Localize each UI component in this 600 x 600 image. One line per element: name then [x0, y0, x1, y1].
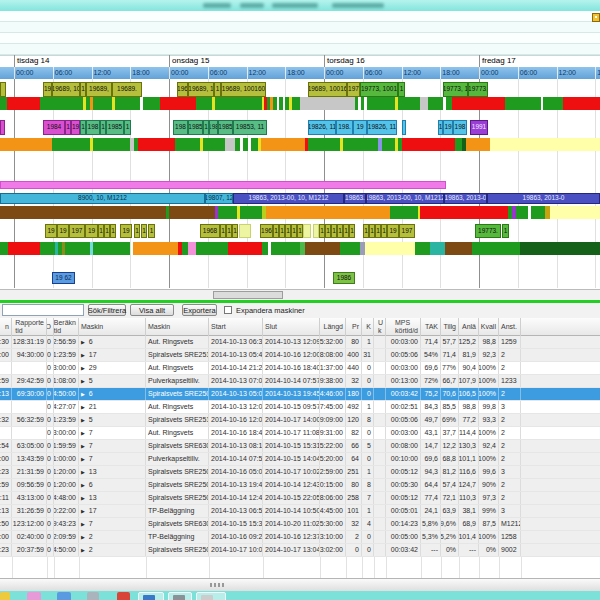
row-expand-icon[interactable]: ▶ [81, 531, 85, 543]
row-expand-icon[interactable]: ▶ [81, 453, 85, 465]
column-header-tillg[interactable]: Tillg [441, 318, 459, 336]
row-expand-icon[interactable]: ▶ [81, 479, 85, 491]
taskbar-app-icon-6[interactable] [138, 592, 164, 600]
machine2-tasks-bar[interactable]: 198 [86, 120, 100, 135]
machine2-tasks-bar[interactable]: 1 [124, 120, 131, 135]
machine1-tasks-bar[interactable]: 19689, 10 [52, 82, 80, 97]
machine4-tasks-bar[interactable]: 1 [110, 224, 116, 238]
column-header-beräkn-tid[interactable]: Beräkn tid [54, 318, 79, 336]
scrollbar-thumb[interactable] [213, 291, 283, 299]
row-expand-icon[interactable]: ▶ [81, 466, 85, 478]
machine2-tasks-bar[interactable]: 198 [173, 120, 188, 135]
machine1-tasks-bar[interactable]: 19773, 1 [443, 82, 468, 97]
order-bars-bar[interactable]: 19863, 2013-0 [444, 193, 487, 204]
row-expand-icon[interactable]: ▶ [81, 427, 85, 439]
column-header-o[interactable]: O [47, 318, 54, 336]
row-expand-icon[interactable]: ▶ [81, 362, 85, 374]
machine4-tasks-bar[interactable]: 196 [260, 224, 273, 238]
taskbar-app-icon-8[interactable] [196, 592, 226, 600]
machine4-tasks-bar[interactable]: 1 [502, 224, 509, 238]
column-header-mps-körtid/d[interactable]: MPS körtid/d [386, 318, 421, 336]
machine2-tasks-bar[interactable]: 19853, 11 [233, 120, 267, 135]
table-row[interactable]: :5929:42:591021:08:00▶5Pulverkapseltillv… [0, 375, 600, 388]
machine2-tasks-bar[interactable]: 1985 [218, 120, 233, 135]
machine2-tasks-bar[interactable]: 1991 [470, 120, 488, 135]
column-header-anst.[interactable]: Anst. [499, 318, 521, 336]
table-row[interactable]: :3256:32:591041:23:59▶5Spiralsvets SRE25… [0, 414, 600, 427]
table-row[interactable]: :1143:13:001024:48:00▶13Spiralsvets SRE2… [0, 492, 600, 505]
order-bars-bar[interactable]: 19863. [344, 193, 366, 204]
machine4-tasks-bar[interactable]: 197 [399, 224, 415, 238]
row-expand-icon[interactable]: ▶ [81, 349, 85, 361]
table-row[interactable]: :1369:30:001034:50:00▶6Spiralsvets SRE25… [0, 388, 600, 401]
machine2-tasks-bar[interactable]: 1985 [106, 120, 124, 135]
row-expand-icon[interactable]: ▶ [81, 440, 85, 452]
table-row[interactable]: 2024:27:07▶21Aut. Ringsvets2014-10-13 12… [0, 401, 600, 414]
table-row[interactable]: 2023:00:00▶7Aut. Ringsvets2014-10-16 18:… [0, 427, 600, 440]
row-expand-icon[interactable]: ▶ [81, 375, 85, 387]
table-row[interactable]: :2321:31:591021:20:00▶13Spiralsvets SRE2… [0, 466, 600, 479]
machine4-tasks-bar[interactable]: 197 [69, 224, 85, 238]
machine2-tasks-bar[interactable]: 1985 [188, 120, 203, 135]
machine4-tasks-bar[interactable]: 1 [349, 224, 355, 238]
machine1-tasks-bar[interactable]: 1 [214, 82, 221, 97]
expand-machines-checkbox[interactable] [224, 306, 232, 314]
machine2-tasks-bar[interactable]: 19826, 11 [367, 120, 397, 135]
table-row[interactable]: :5909:56:591011:20:00▶6Spiralsvets SRE25… [0, 479, 600, 492]
machine4-tasks-bar[interactable]: 19 [85, 224, 98, 238]
machine1-tasks-bar[interactable]: 19689. [112, 82, 142, 97]
row-expand-icon[interactable]: ▶ [81, 505, 85, 517]
export-button[interactable]: Exportera [182, 304, 217, 316]
machine4-tasks-bar[interactable]: 1 [141, 224, 147, 238]
taskbar-app-icon-1[interactable] [0, 592, 10, 600]
order-bars-bar[interactable]: 19863, 2013-00, 10, M1212 [233, 193, 344, 204]
pink-band-bar[interactable] [0, 181, 446, 189]
machine2-tasks-bar[interactable]: 198. [336, 120, 353, 135]
row-expand-icon[interactable]: ▶ [81, 518, 85, 530]
column-header-längd[interactable]: Längd [320, 318, 346, 336]
table-row[interactable]: :50123:12:001019:43:23▶7Spiralsvets SRE6… [0, 518, 600, 531]
taskbar-app-icon-7[interactable] [168, 592, 192, 600]
machine2-tasks-bar[interactable]: 19 [443, 120, 453, 135]
machine1-tasks-bar[interactable]: 196 [177, 82, 188, 97]
row-expand-icon[interactable]: ▶ [81, 388, 85, 400]
column-header-slut[interactable]: Slut [263, 318, 320, 336]
machine4-tasks-bar[interactable] [303, 224, 311, 238]
machine2-tasks-bar[interactable]: 19826, 11 [308, 120, 336, 135]
search-filter-button[interactable]: Sök/Filtrera [88, 304, 126, 316]
machine4-tasks-bar[interactable]: 19 [120, 224, 132, 238]
floating-tasks-bar[interactable]: 1986 [333, 272, 355, 284]
show-all-button[interactable]: Visa allt [130, 304, 174, 316]
machine1-tasks-bar[interactable] [0, 82, 6, 97]
column-header-u-k[interactable]: U k [374, 318, 386, 336]
machine2-tasks-bar[interactable]: 19 [353, 120, 367, 135]
gantt-horizontal-scrollbar[interactable] [0, 289, 600, 300]
search-filter-input[interactable] [2, 304, 84, 316]
taskbar-app-icon-5[interactable] [117, 592, 130, 600]
row-expand-icon[interactable]: ▶ [81, 401, 85, 413]
column-header-anlä[interactable]: Anlä [459, 318, 479, 336]
column-header-kvall[interactable]: Kvall [479, 318, 499, 336]
table-row[interactable]: 2023:00:00▶29Aut. Ringsvets2014-10-14 21… [0, 362, 600, 375]
row-expand-icon[interactable]: ▶ [81, 492, 85, 504]
order-bars-bar[interactable]: 8900, 10, M1212 [0, 193, 205, 204]
table-row[interactable]: :1331:26:591010:22:00▶17TP-Beläggning201… [0, 505, 600, 518]
taskbar-app-icon-2[interactable] [27, 592, 41, 600]
bottom-scrollbar[interactable] [0, 578, 600, 591]
order-bars-bar[interactable]: 19807, 12 [205, 193, 233, 204]
order-bars-bar[interactable]: 19863, 2013-0 [487, 193, 600, 204]
row-expand-icon[interactable]: ▶ [81, 544, 85, 556]
machine1-tasks-bar[interactable]: 19773, [468, 82, 488, 97]
table-row[interactable]: :2320:37:591034:50:00▶2Spiralsvets SRE25… [0, 544, 600, 557]
machine4-tasks-bar[interactable]: 1 [134, 224, 140, 238]
column-header-maskin[interactable]: Maskin [79, 318, 146, 336]
machine4-tasks-bar[interactable]: 1968 [200, 224, 220, 238]
machine4-tasks-bar[interactable]: 1 [232, 224, 238, 238]
machine4-tasks-bar[interactable]: 19 [45, 224, 57, 238]
machine4-tasks-bar[interactable]: 1 [148, 224, 155, 238]
taskbar-app-icon-4[interactable] [87, 592, 99, 600]
machine1-tasks-bar[interactable]: 19 [43, 82, 52, 97]
row-expand-icon[interactable]: ▶ [81, 336, 85, 348]
table-row[interactable]: :30128:31:192022:56:59▶6Aut. Ringsvets20… [0, 336, 600, 349]
machine2-tasks-bar[interactable] [0, 120, 5, 135]
